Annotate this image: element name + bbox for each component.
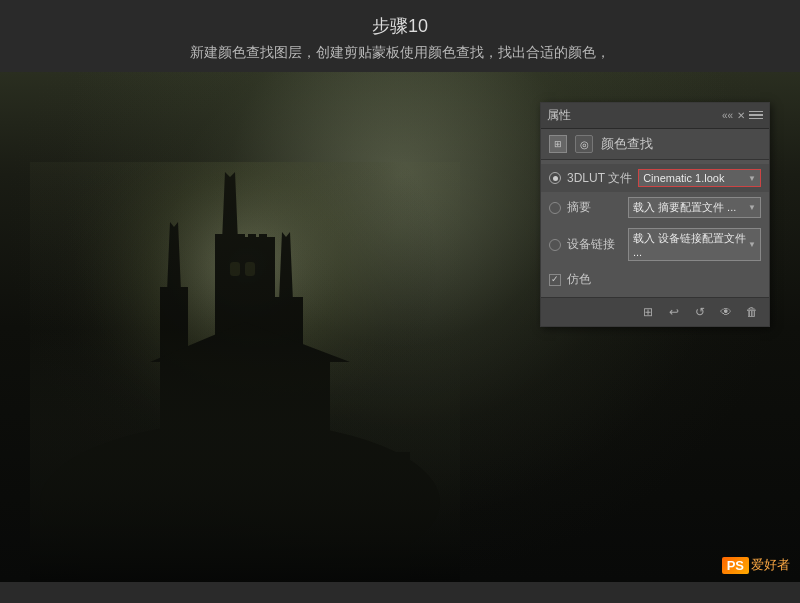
abstract-arrow: ▼	[748, 203, 756, 212]
grid-icon[interactable]: ⊞	[549, 135, 567, 153]
panel-header-title: 颜色查找	[601, 135, 653, 153]
castle-image	[30, 162, 460, 582]
panel-collapse-btn[interactable]: ««	[722, 110, 733, 121]
abstract-radio[interactable]	[549, 202, 561, 214]
lut-label: 3DLUT 文件	[567, 170, 632, 187]
footer-redo-icon[interactable]: ↺	[691, 303, 709, 321]
device-radio[interactable]	[549, 239, 561, 251]
device-dropdown[interactable]: 载入 设备链接配置文件 ... ▼	[628, 228, 761, 261]
main-canvas-area: 属性 «« ✕ ⊞ ◎ 颜色查找 3DLUT 文件 Cinematic 1.lo	[0, 72, 800, 582]
panel-header: ⊞ ◎ 颜色查找	[541, 129, 769, 160]
panel-menu-icon[interactable]	[749, 111, 763, 121]
footer-layers-icon[interactable]: ⊞	[639, 303, 657, 321]
lut-radio[interactable]	[549, 172, 561, 184]
watermark-ps: PS	[722, 557, 749, 574]
panel-close-btn[interactable]: ✕	[737, 110, 745, 121]
svg-rect-18	[30, 162, 460, 582]
watermark-site: 爱好者	[751, 556, 790, 574]
panel-title: 属性	[547, 107, 571, 124]
step-title: 步骤10	[20, 14, 780, 38]
lut-arrow: ▼	[748, 174, 756, 183]
abstract-value: 载入 摘要配置文件 ...	[633, 200, 736, 215]
abstract-row: 摘要 载入 摘要配置文件 ... ▼	[541, 192, 769, 223]
device-arrow: ▼	[748, 240, 756, 249]
properties-panel: 属性 «« ✕ ⊞ ◎ 颜色查找 3DLUT 文件 Cinematic 1.lo	[540, 102, 770, 327]
footer-visibility-icon[interactable]: 👁	[717, 303, 735, 321]
abstract-dropdown[interactable]: 载入 摘要配置文件 ... ▼	[628, 197, 761, 218]
circle-icon[interactable]: ◎	[575, 135, 593, 153]
device-label: 设备链接	[567, 236, 622, 253]
dither-row: 仿色	[541, 266, 769, 293]
dither-checkbox[interactable]	[549, 274, 561, 286]
watermark: PS 爱好者	[722, 556, 790, 574]
device-link-row: 设备链接 载入 设备链接配置文件 ... ▼	[541, 223, 769, 266]
top-text-area: 步骤10 新建颜色查找图层，创建剪贴蒙板使用颜色查找，找出合适的颜色，	[0, 0, 800, 72]
device-value: 载入 设备链接配置文件 ...	[633, 231, 748, 258]
footer-undo-icon[interactable]: ↩	[665, 303, 683, 321]
panel-body: 3DLUT 文件 Cinematic 1.look ▼ 摘要 载入 摘要配置文件…	[541, 160, 769, 297]
panel-footer: ⊞ ↩ ↺ 👁 🗑	[541, 297, 769, 326]
dither-label: 仿色	[567, 271, 622, 288]
footer-delete-icon[interactable]: 🗑	[743, 303, 761, 321]
lut-file-row: 3DLUT 文件 Cinematic 1.look ▼	[541, 164, 769, 192]
lut-dropdown[interactable]: Cinematic 1.look ▼	[638, 169, 761, 187]
panel-controls: «« ✕	[722, 110, 763, 121]
lut-value: Cinematic 1.look	[643, 172, 724, 184]
step-desc: 新建颜色查找图层，创建剪贴蒙板使用颜色查找，找出合适的颜色，	[20, 44, 780, 62]
abstract-label: 摘要	[567, 199, 622, 216]
panel-titlebar: 属性 «« ✕	[541, 103, 769, 129]
